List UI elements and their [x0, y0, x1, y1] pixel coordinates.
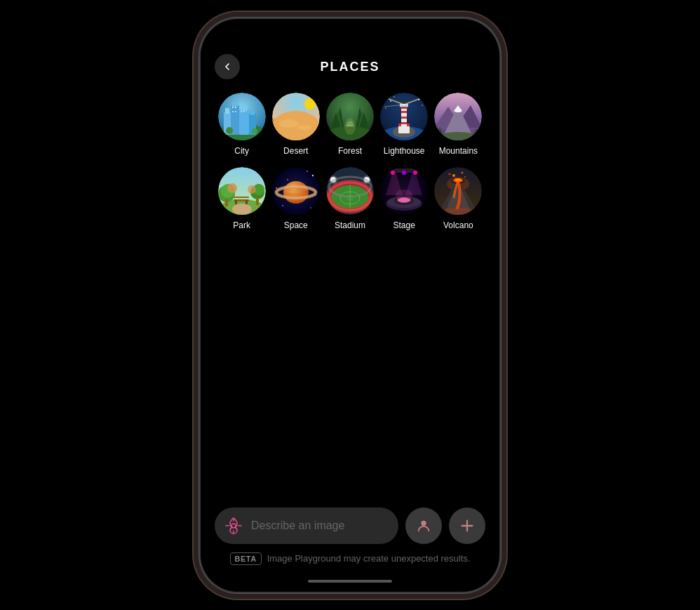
svg-rect-6: [239, 110, 249, 135]
status-bar: [201, 19, 499, 54]
place-label-mountains: Mountains: [439, 146, 478, 156]
place-circle-forest: [326, 93, 374, 140]
svg-point-125: [462, 171, 464, 173]
svg-point-17: [252, 128, 257, 134]
svg-point-19: [304, 98, 316, 110]
svg-point-81: [312, 174, 314, 175]
svg-rect-15: [243, 111, 245, 112]
svg-point-116: [413, 171, 417, 175]
place-circle-park: [218, 167, 266, 215]
add-button[interactable]: [449, 508, 485, 544]
place-item-stadium[interactable]: Stadium: [325, 167, 374, 230]
svg-rect-3: [225, 108, 229, 114]
svg-point-66: [232, 204, 252, 215]
place-item-volcano[interactable]: Volcano: [434, 167, 483, 230]
place-circle-stadium: [326, 167, 374, 215]
place-item-mountains[interactable]: Mountains: [434, 93, 483, 156]
place-circle-desert: [272, 93, 320, 140]
svg-rect-14: [241, 111, 242, 112]
svg-point-87: [310, 207, 311, 208]
svg-rect-73: [225, 199, 228, 206]
svg-rect-12: [232, 111, 234, 112]
place-item-space[interactable]: Space: [271, 167, 320, 230]
place-circle-volcano: [434, 167, 482, 215]
svg-point-16: [226, 127, 233, 134]
place-item-city[interactable]: City: [217, 93, 266, 156]
place-label-desert: Desert: [283, 146, 308, 156]
svg-point-23: [279, 119, 299, 128]
header: PLACES: [201, 54, 499, 86]
svg-point-50: [385, 107, 386, 109]
place-item-stage[interactable]: Stage: [380, 167, 429, 230]
ai-icon: [224, 517, 243, 535]
svg-point-124: [452, 174, 455, 177]
svg-rect-76: [256, 198, 259, 205]
home-indicator: [201, 571, 499, 592]
phone-screen: PLACES: [201, 19, 499, 592]
svg-point-78: [248, 185, 256, 194]
place-label-space: Space: [284, 220, 308, 230]
svg-point-115: [402, 171, 406, 175]
svg-point-80: [278, 172, 280, 173]
svg-point-77: [227, 183, 237, 193]
place-label-city: City: [234, 146, 249, 156]
svg-point-51: [422, 105, 423, 106]
svg-point-129: [231, 524, 236, 528]
svg-rect-53: [401, 111, 407, 113]
svg-point-127: [464, 176, 466, 178]
svg-point-52: [393, 96, 395, 98]
svg-point-82: [287, 179, 288, 180]
svg-rect-69: [235, 200, 237, 204]
svg-rect-5: [232, 102, 238, 107]
place-label-forest: Forest: [338, 146, 362, 156]
svg-point-114: [391, 171, 395, 175]
svg-rect-11: [235, 107, 236, 108]
input-row: [215, 508, 485, 544]
svg-point-49: [418, 99, 419, 100]
beta-row: BETA Image Playground may create unexpec…: [215, 550, 485, 571]
svg-point-86: [282, 205, 283, 206]
svg-point-35: [344, 118, 356, 135]
svg-rect-7: [241, 105, 248, 111]
svg-rect-55: [401, 122, 407, 124]
place-circle-stage: [380, 167, 428, 215]
svg-rect-70: [245, 200, 248, 204]
svg-point-24: [297, 125, 311, 131]
svg-point-126: [449, 173, 451, 175]
svg-rect-54: [401, 117, 407, 119]
back-button[interactable]: [215, 54, 240, 79]
places-grid: City: [201, 86, 499, 499]
place-circle-city: [218, 93, 266, 140]
beta-badge: BETA: [230, 552, 262, 565]
place-item-desert[interactable]: Desert: [271, 93, 320, 156]
svg-rect-13: [235, 111, 236, 112]
svg-point-84: [276, 187, 277, 189]
person-button[interactable]: [405, 508, 442, 544]
svg-rect-68: [234, 197, 249, 198]
place-item-lighthouse[interactable]: Lighthouse: [380, 93, 429, 156]
place-item-forest[interactable]: Forest: [325, 93, 374, 156]
svg-point-112: [396, 190, 412, 201]
svg-point-123: [455, 178, 462, 181]
bottom-area: BETA Image Playground may create unexpec…: [201, 499, 499, 571]
svg-rect-9: [250, 110, 255, 115]
place-circle-mountains: [434, 93, 482, 140]
beta-text: Image Playground may create unexpected r…: [267, 553, 471, 564]
svg-rect-10: [232, 107, 234, 108]
place-label-lighthouse: Lighthouse: [384, 146, 425, 156]
page-title: PLACES: [320, 60, 379, 74]
place-label-volcano: Volcano: [443, 220, 473, 230]
place-item-park[interactable]: Park: [217, 167, 266, 230]
place-circle-lighthouse: [380, 93, 428, 140]
place-circle-space: [272, 167, 320, 215]
input-wrapper: [215, 508, 398, 544]
svg-point-83: [307, 171, 308, 172]
home-bar: [308, 580, 392, 583]
place-label-stadium: Stadium: [335, 220, 365, 230]
phone-frame: PLACES: [199, 18, 501, 593]
svg-point-91: [284, 187, 308, 192]
svg-point-48: [390, 100, 391, 102]
svg-point-92: [284, 192, 308, 195]
place-label-stage: Stage: [393, 220, 415, 230]
svg-point-130: [421, 520, 426, 525]
